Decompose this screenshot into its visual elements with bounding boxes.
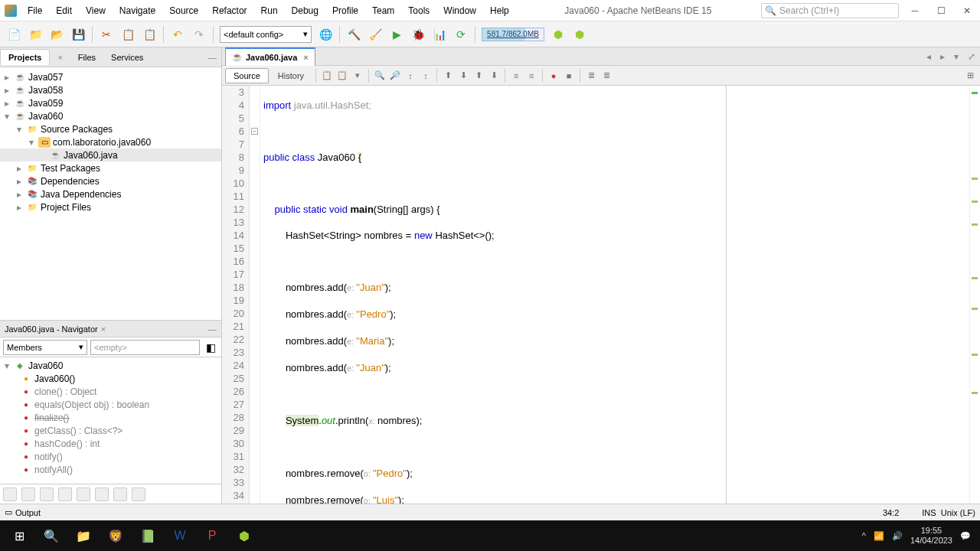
menu-window[interactable]: Window (437, 2, 482, 19)
menu-run[interactable]: Run (255, 2, 284, 19)
et-icon[interactable]: 📋 (320, 69, 334, 83)
member[interactable]: finalize() (34, 412, 69, 423)
folder-node[interactable]: Project Files (41, 202, 91, 213)
new-project-icon[interactable]: 📁 (28, 27, 43, 42)
cut-icon[interactable]: ✂ (99, 27, 114, 42)
app-icon[interactable]: 📗 (132, 523, 164, 548)
nav-btn[interactable] (95, 487, 109, 501)
source-packages[interactable]: Source Packages (41, 124, 113, 135)
menu-tools[interactable]: Tools (402, 2, 436, 19)
undo-icon[interactable]: ↶ (170, 27, 185, 42)
member[interactable]: equals(Object obj) : boolean (34, 399, 149, 410)
nav-btn[interactable] (132, 487, 145, 501)
editor-tab[interactable]: ☕Java060.java× (225, 47, 315, 66)
member[interactable]: Java060() (34, 373, 75, 384)
tab-files[interactable]: Files (70, 50, 103, 65)
projects-tree[interactable]: ▸☕Java057 ▸☕Java058 ▸☕Java059 ▾☕Java060 … (0, 67, 221, 320)
nav-btn[interactable] (58, 487, 72, 501)
menu-navigate[interactable]: Navigate (113, 2, 162, 19)
minimize-button[interactable]: ─ (902, 0, 928, 21)
memory-bar[interactable]: 581.7/862.0MB (482, 28, 544, 41)
menu-file[interactable]: File (21, 2, 48, 19)
word-icon[interactable]: W (164, 523, 196, 548)
folder-node[interactable]: Java Dependencies (41, 189, 121, 200)
menu-source[interactable]: Source (163, 2, 204, 19)
source-tab[interactable]: Source (225, 68, 269, 83)
redo-icon[interactable]: ↷ (191, 27, 207, 42)
et-icon[interactable]: ≡ (509, 69, 523, 83)
debug-icon[interactable]: 🐞 (410, 27, 426, 42)
nav-btn[interactable] (40, 487, 54, 501)
volume-icon[interactable]: 🔊 (892, 531, 903, 541)
nav-btn[interactable] (21, 487, 35, 501)
close-tab-icon[interactable]: × (303, 53, 308, 62)
profile-icon[interactable]: 📊 (432, 27, 447, 42)
et-icon[interactable]: ▾ (351, 69, 364, 83)
close-button[interactable]: ✕ (954, 0, 980, 21)
new-file-icon[interactable]: 📄 (6, 27, 21, 42)
nb-icon2[interactable]: ⬢ (572, 27, 587, 42)
history-tab[interactable]: History (270, 69, 312, 83)
et-icon[interactable]: ↕ (403, 69, 417, 83)
nav-btn[interactable] (3, 487, 17, 501)
et-icon[interactable]: ⬆ (441, 69, 455, 83)
member[interactable]: hashCode() : int (34, 439, 100, 449)
tray-chevron-icon[interactable]: ^ (862, 531, 866, 540)
search-input[interactable]: 🔍Search (Ctrl+I) (761, 3, 899, 18)
save-all-icon[interactable]: 💾 (70, 27, 86, 42)
netbeans-icon[interactable]: ⬢ (228, 523, 260, 548)
maximize-editor-icon[interactable]: ⤢ (963, 51, 980, 62)
member[interactable]: getClass() : Class<?> (34, 425, 122, 436)
project-node[interactable]: Java059 (28, 98, 63, 109)
et-icon[interactable]: ↕ (419, 69, 433, 83)
menu-debug[interactable]: Debug (286, 2, 325, 19)
minimize-nav-icon[interactable]: — (208, 324, 217, 334)
tab-nav-right-icon[interactable]: ▸ (936, 51, 949, 62)
copy-icon[interactable]: 📋 (120, 27, 136, 42)
menu-refactor[interactable]: Refactor (206, 2, 253, 19)
package-node[interactable]: com.laboratorio.java060 (53, 137, 151, 148)
et-icon[interactable]: 🔎 (388, 69, 402, 83)
maximize-button[interactable]: ☐ (928, 0, 954, 21)
overview-ruler[interactable] (969, 86, 980, 504)
notification-icon[interactable]: 💬 (960, 531, 971, 541)
search-taskbar-icon[interactable]: 🔍 (35, 523, 67, 548)
config-selector[interactable]: <default config>▾ (220, 26, 312, 43)
java-file[interactable]: Java060.java (64, 150, 118, 161)
menu-team[interactable]: Team (366, 2, 400, 19)
project-node[interactable]: Java060 (28, 111, 63, 122)
menu-help[interactable]: Help (484, 2, 515, 19)
split-icon[interactable]: ⊞ (963, 69, 977, 83)
et-icon[interactable]: ≣ (584, 69, 598, 83)
tab-nav-left-icon[interactable]: ◂ (922, 51, 936, 62)
clock[interactable]: 19:5514/04/2023 (910, 526, 952, 546)
project-node[interactable]: Java057 (28, 72, 63, 83)
menu-edit[interactable]: Edit (50, 2, 78, 19)
navigator-tree[interactable]: ▾◆Java060 ●Java060() ●clone() : Object ●… (0, 357, 221, 484)
filter-input[interactable]: <empty> (90, 340, 200, 355)
build-icon[interactable]: 🔨 (346, 27, 361, 42)
globe-icon[interactable]: 🌐 (318, 27, 333, 42)
record-icon[interactable]: ● (547, 69, 560, 83)
tab-services[interactable]: Services (103, 50, 151, 65)
code-editor[interactable]: 3456789101112131415161718192021222324252… (222, 86, 980, 504)
explorer-icon[interactable]: 📁 (67, 523, 100, 548)
output-button[interactable]: Output (15, 508, 41, 517)
et-icon[interactable]: ⬇ (487, 69, 501, 83)
folder-node[interactable]: Test Packages (41, 163, 100, 174)
et-icon[interactable]: ≣ (599, 69, 613, 83)
wifi-icon[interactable]: 📶 (874, 531, 884, 541)
member[interactable]: notify() (34, 452, 63, 462)
project-node[interactable]: Java058 (28, 85, 63, 96)
et-icon[interactable]: 📋 (335, 69, 349, 83)
menu-view[interactable]: View (80, 2, 112, 19)
output-icon[interactable]: ▭ (5, 507, 12, 517)
et-icon[interactable]: ⬇ (456, 69, 470, 83)
tab-projects[interactable]: Projects (0, 49, 50, 65)
paste-icon[interactable]: 📋 (142, 27, 157, 42)
menu-profile[interactable]: Profile (326, 2, 364, 19)
stop-icon[interactable]: ■ (562, 69, 576, 83)
et-icon[interactable]: ⬆ (472, 69, 485, 83)
start-button[interactable]: ⊞ (3, 523, 35, 548)
nav-btn[interactable] (77, 487, 90, 501)
